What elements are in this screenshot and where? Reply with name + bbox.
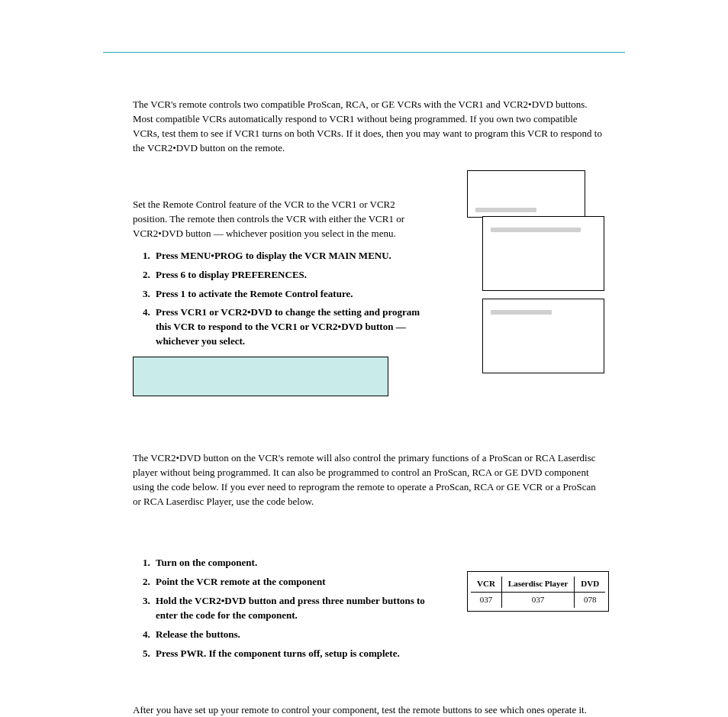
codes-table: VCR Laserdisc Player DVD 037 037 078: [467, 571, 609, 612]
list-item: Hold the VCR2•DVD button and press three…: [153, 594, 446, 623]
codes-value-dvd: 078: [575, 593, 605, 608]
menu-panel-1: [467, 170, 585, 218]
intro-paragraph: The VCR's remote controls two compatible…: [133, 98, 604, 155]
list-item: Press VCR1 or VCR2•DVD to change the set…: [153, 305, 430, 349]
programming-section: Turn on the component. Point the VCR rem…: [133, 551, 604, 668]
page: The VCR's remote controls two compatible…: [0, 0, 728, 717]
page-content: The VCR's remote controls two compatible…: [133, 98, 604, 717]
set-remote-intro: Set the Remote Control feature of the VC…: [133, 198, 430, 241]
set-remote-steps: Press MENU•PROG to display the VCR MAIN …: [153, 249, 430, 349]
codes-header-dvd: DVD: [575, 577, 605, 592]
list-item: Point the VCR remote at the component: [153, 575, 446, 589]
programming-intro: The VCR2•DVD button on the VCR's remote …: [133, 451, 604, 509]
header-rule: [103, 52, 625, 53]
list-item: Release the buttons.: [153, 628, 446, 642]
menu-panel-2: [482, 216, 604, 291]
list-item: Press 6 to display PREFERENCES.: [153, 268, 430, 283]
list-item: Press 1 to activate the Remote Control f…: [153, 287, 430, 302]
list-item: Press MENU•PROG to display the VCR MAIN …: [153, 249, 430, 263]
set-remote-section: Set the Remote Control feature of the VC…: [133, 198, 604, 396]
programming-steps: Turn on the component. Point the VCR rem…: [153, 556, 446, 660]
codes-value-laserdisc: 037: [501, 593, 575, 608]
codes-value-vcr: 037: [471, 593, 501, 608]
list-item: Turn on the component.: [153, 556, 446, 570]
list-item: Press PWR. If the component turns off, s…: [153, 647, 446, 661]
callout-box: [133, 357, 388, 396]
codes-header-laserdisc: Laserdisc Player: [501, 577, 575, 592]
menu-panel-3: [482, 299, 604, 373]
codes-header-vcr: VCR: [471, 577, 501, 592]
test-intro: After you have set up your remote to con…: [133, 703, 604, 717]
